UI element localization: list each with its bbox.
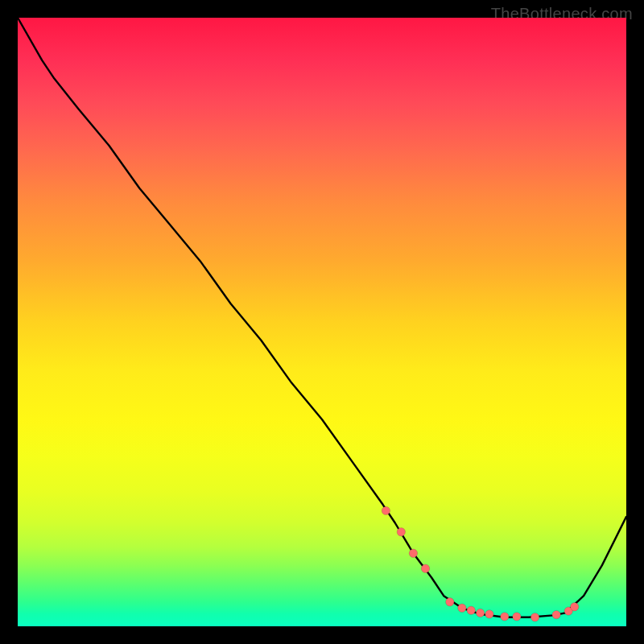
- highlight-point: [552, 610, 560, 618]
- highlight-point: [485, 610, 493, 618]
- bottleneck-curve: [18, 18, 626, 617]
- highlight-point: [409, 549, 417, 557]
- highlight-point: [530, 613, 539, 621]
- highlight-point: [467, 606, 475, 614]
- highlight-point: [458, 604, 466, 612]
- marker-group: [382, 506, 579, 621]
- highlight-point: [476, 609, 484, 617]
- highlight-point: [382, 506, 390, 514]
- highlight-point: [446, 598, 454, 606]
- highlight-point: [397, 528, 405, 536]
- chart-svg: [18, 18, 626, 626]
- highlight-point: [421, 564, 429, 572]
- chart-stage: TheBottleneck.com: [0, 0, 644, 644]
- highlight-point: [501, 613, 509, 621]
- plot-area: [18, 18, 626, 626]
- highlight-point: [571, 603, 579, 611]
- highlight-point: [513, 613, 521, 621]
